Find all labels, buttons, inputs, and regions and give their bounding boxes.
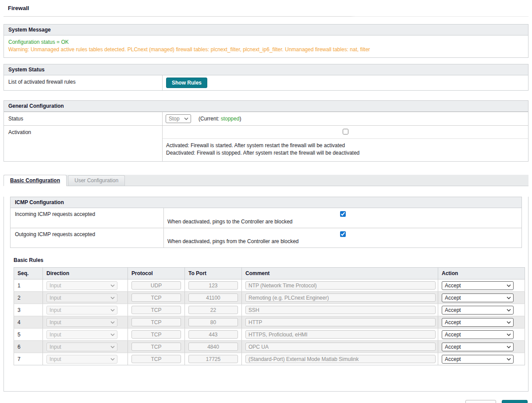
page-title: Firewall xyxy=(8,5,532,11)
system-status-header: System Status xyxy=(4,64,528,75)
basic-configuration-panel: ICMP Configuration Incoming ICMP request… xyxy=(4,197,528,392)
activation-help-text: Activated: Firewall is started. After sy… xyxy=(163,139,528,161)
direction-select: Input xyxy=(46,306,117,315)
to-port-input xyxy=(188,293,238,302)
icmp-configuration-section: ICMP Configuration Incoming ICMP request… xyxy=(10,197,522,248)
outgoing-icmp-label: Outgoing ICMP requests accepted xyxy=(11,228,164,247)
activation-checkbox[interactable] xyxy=(343,129,348,134)
tab-user-configuration[interactable]: User Configuration xyxy=(68,175,125,186)
configuration-status-text: Configuration status = OK xyxy=(8,39,524,46)
protocol-input xyxy=(131,306,181,314)
basic-rules-table: Seq. Direction Protocol To Port Comment … xyxy=(14,267,525,365)
firewall-rules-label: List of activated firewall rules xyxy=(4,75,163,90)
to-port-input xyxy=(188,355,238,363)
status-label: Status xyxy=(4,112,163,125)
rule-seq: 7 xyxy=(14,353,43,365)
current-status-text: (Current: stopped) xyxy=(199,116,241,122)
protocol-input xyxy=(131,355,181,363)
direction-select-wrapper: Input xyxy=(46,343,117,351)
status-select[interactable]: Stop xyxy=(166,114,191,123)
activation-label: Activation xyxy=(4,126,163,161)
outgoing-icmp-help-text: When deactivated, pings from the Control… xyxy=(164,238,521,247)
column-header-to-port: To Port xyxy=(185,268,242,279)
comment-input xyxy=(245,355,436,363)
discard-button[interactable]: Discard xyxy=(465,400,496,403)
outgoing-icmp-checkbox[interactable] xyxy=(340,231,346,237)
rule-seq: 4 xyxy=(14,316,43,329)
basic-rules-title: Basic Rules xyxy=(14,257,528,263)
action-select-wrapper: Accept xyxy=(442,355,514,364)
action-select-wrapper: Accept xyxy=(442,318,514,327)
direction-select-wrapper: Input xyxy=(46,318,117,327)
direction-select: Input xyxy=(46,355,117,364)
to-port-input xyxy=(188,330,238,339)
action-select[interactable]: Accept xyxy=(442,330,514,339)
action-select-wrapper: Accept xyxy=(442,343,514,351)
icmp-row-incoming: Incoming ICMP requests accepted When dea… xyxy=(11,208,521,228)
action-select[interactable]: Accept xyxy=(442,318,514,327)
action-select-wrapper: Accept xyxy=(442,293,514,302)
comment-input xyxy=(245,330,436,339)
protocol-input xyxy=(131,343,181,351)
action-select[interactable]: Accept xyxy=(442,293,514,302)
action-select-wrapper: Accept xyxy=(442,281,514,290)
protocol-input xyxy=(131,281,181,290)
table-row: 3 Input Accept xyxy=(14,304,525,316)
action-select[interactable]: Accept xyxy=(442,343,514,351)
table-row: 5 Input Accept xyxy=(14,329,525,341)
to-port-input xyxy=(188,318,238,326)
action-select-wrapper: Accept xyxy=(442,306,514,315)
action-select-wrapper: Accept xyxy=(442,330,514,339)
direction-select-wrapper: Input xyxy=(46,355,117,364)
rule-seq: 6 xyxy=(14,341,43,353)
table-row: 7 Input Accept xyxy=(14,353,525,365)
column-header-protocol: Protocol xyxy=(128,268,185,279)
direction-select-wrapper: Input xyxy=(46,306,117,315)
protocol-input xyxy=(131,293,181,302)
general-configuration-section: General Configuration Status Stop (Curre… xyxy=(4,100,528,162)
status-select-wrapper: Stop xyxy=(166,114,191,123)
protocol-input xyxy=(131,318,181,326)
tab-basic-configuration[interactable]: Basic Configuration xyxy=(4,175,67,186)
direction-select: Input xyxy=(46,318,117,327)
rule-seq: 2 xyxy=(14,292,43,304)
comment-input xyxy=(245,281,436,290)
to-port-input xyxy=(188,306,238,314)
rule-seq: 1 xyxy=(14,279,43,292)
title-divider xyxy=(4,16,528,17)
table-row: 1 Input Accept xyxy=(14,279,525,292)
rule-seq: 5 xyxy=(14,329,43,341)
system-message-header: System Message xyxy=(4,25,528,35)
apply-button[interactable]: Apply xyxy=(502,400,528,403)
column-header-seq: Seq. xyxy=(14,268,43,279)
direction-select: Input xyxy=(46,293,117,302)
comment-input xyxy=(245,318,436,326)
comment-input xyxy=(245,293,436,302)
show-rules-button[interactable]: Show Rules xyxy=(166,78,207,88)
action-select[interactable]: Accept xyxy=(442,306,514,315)
incoming-icmp-help-text: When deactivated, pings to the Controlle… xyxy=(164,219,521,228)
rule-seq: 3 xyxy=(14,304,43,316)
configuration-tabs: Basic Configuration User Configuration xyxy=(4,175,528,186)
table-header-row: Seq. Direction Protocol To Port Comment … xyxy=(14,268,525,279)
general-configuration-header: General Configuration xyxy=(4,101,528,112)
direction-select-wrapper: Input xyxy=(46,293,117,302)
column-header-direction: Direction xyxy=(43,268,128,279)
warning-text: Warning: Unmanaged active rules tables d… xyxy=(8,46,524,53)
incoming-icmp-label: Incoming ICMP requests accepted xyxy=(11,208,164,228)
column-header-action: Action xyxy=(438,268,525,279)
direction-select: Input xyxy=(46,330,117,339)
incoming-icmp-checkbox[interactable] xyxy=(340,211,346,217)
direction-select-wrapper: Input xyxy=(46,281,117,290)
to-port-input xyxy=(188,281,238,290)
comment-input xyxy=(245,306,436,314)
direction-select-wrapper: Input xyxy=(46,330,117,339)
protocol-input xyxy=(131,330,181,339)
action-select[interactable]: Accept xyxy=(442,355,514,364)
table-row: 4 Input Accept xyxy=(14,316,525,329)
action-select[interactable]: Accept xyxy=(442,281,514,290)
current-status-value: stopped xyxy=(221,116,240,122)
table-row: 6 Input Accept xyxy=(14,341,525,353)
icmp-configuration-header: ICMP Configuration xyxy=(11,197,521,208)
direction-select: Input xyxy=(46,343,117,351)
